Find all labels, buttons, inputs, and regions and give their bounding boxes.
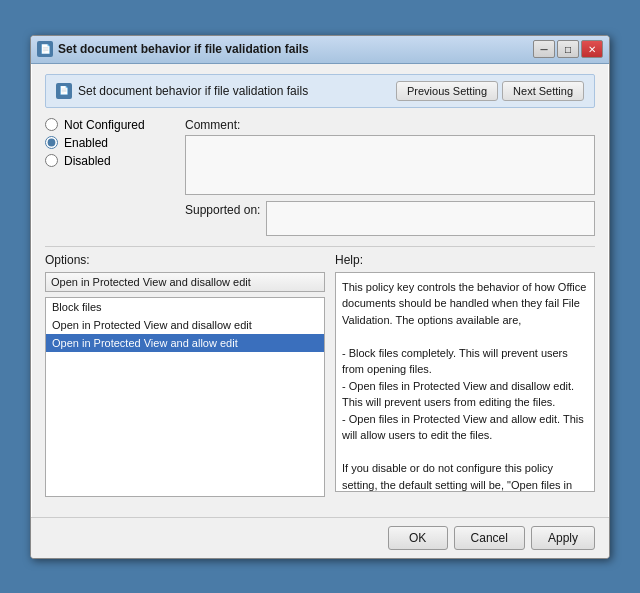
middle-section: Options: Open in Protected View and disa…	[45, 253, 595, 497]
radio-not-configured[interactable]: Not Configured	[45, 118, 175, 132]
radio-enabled-label: Enabled	[64, 136, 108, 150]
right-panel: Comment: Supported on:	[185, 118, 595, 236]
list-item-block[interactable]: Block files	[46, 298, 324, 316]
window-title: Set document behavior if file validation…	[58, 42, 533, 56]
header-title-group: 📄 Set document behavior if file validati…	[56, 83, 308, 99]
title-bar: 📄 Set document behavior if file validati…	[31, 36, 609, 64]
dialog-content: 📄 Set document behavior if file validati…	[31, 64, 609, 517]
dropdown-wrapper: Open in Protected View and disallow edit…	[45, 272, 325, 292]
radio-disabled-input[interactable]	[45, 154, 58, 167]
window-icon: 📄	[37, 41, 53, 57]
minimize-button[interactable]: ─	[533, 40, 555, 58]
previous-setting-button[interactable]: Previous Setting	[396, 81, 498, 101]
header-bar: 📄 Set document behavior if file validati…	[45, 74, 595, 108]
title-bar-controls: ─ □ ✕	[533, 40, 603, 58]
radio-section: Not Configured Enabled Disabled	[45, 118, 175, 168]
ok-button[interactable]: OK	[388, 526, 448, 550]
radio-not-configured-label: Not Configured	[64, 118, 145, 132]
cancel-button[interactable]: Cancel	[454, 526, 525, 550]
close-button[interactable]: ✕	[581, 40, 603, 58]
help-label: Help:	[335, 253, 595, 267]
options-dropdown[interactable]: Open in Protected View and disallow edit…	[45, 272, 325, 292]
list-item-disallow[interactable]: Open in Protected View and disallow edit	[46, 316, 324, 334]
apply-button[interactable]: Apply	[531, 526, 595, 550]
main-window: 📄 Set document behavior if file validati…	[30, 35, 610, 559]
comment-textarea[interactable]	[185, 135, 595, 195]
help-panel: Help: This policy key controls the behav…	[335, 253, 595, 497]
supported-label: Supported on:	[185, 201, 260, 217]
options-list[interactable]: Block files Open in Protected View and d…	[45, 297, 325, 497]
nav-buttons: Previous Setting Next Setting	[396, 81, 584, 101]
next-setting-button[interactable]: Next Setting	[502, 81, 584, 101]
radio-disabled-label: Disabled	[64, 154, 111, 168]
options-panel: Options: Open in Protected View and disa…	[45, 253, 325, 497]
supported-section: Supported on:	[185, 201, 595, 236]
radio-enabled-input[interactable]	[45, 136, 58, 149]
radio-enabled[interactable]: Enabled	[45, 136, 175, 150]
radio-not-configured-input[interactable]	[45, 118, 58, 131]
top-section: Not Configured Enabled Disabled Comment:	[45, 118, 595, 236]
restore-button[interactable]: □	[557, 40, 579, 58]
options-label: Options:	[45, 253, 325, 267]
footer: OK Cancel Apply	[31, 517, 609, 558]
help-text: This policy key controls the behavior of…	[335, 272, 595, 492]
radio-disabled[interactable]: Disabled	[45, 154, 175, 168]
comment-label: Comment:	[185, 118, 595, 132]
header-title: Set document behavior if file validation…	[78, 84, 308, 98]
radio-panel: Not Configured Enabled Disabled	[45, 118, 175, 236]
list-item-allow[interactable]: Open in Protected View and allow edit	[46, 334, 324, 352]
header-icon: 📄	[56, 83, 72, 99]
supported-box	[266, 201, 595, 236]
divider	[45, 246, 595, 247]
